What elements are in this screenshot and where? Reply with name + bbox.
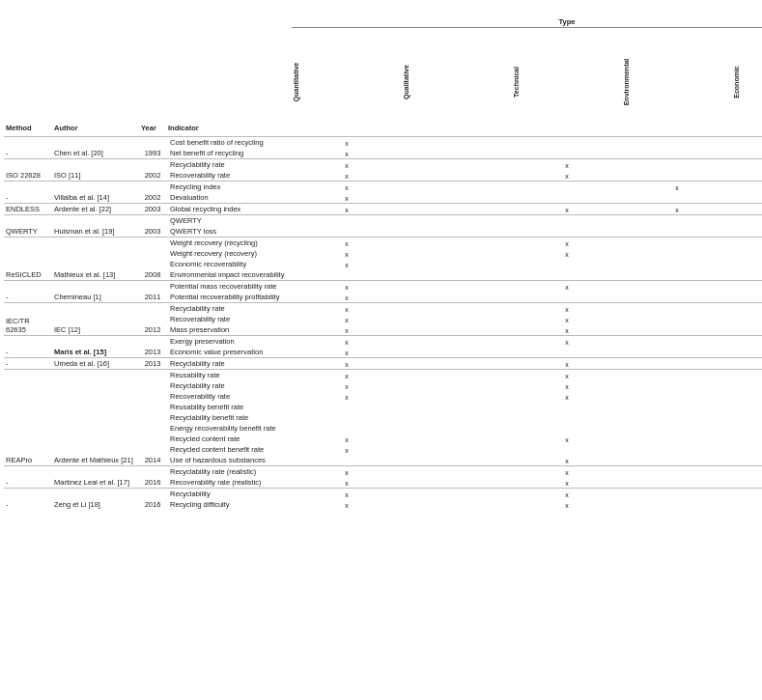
data-cell: x bbox=[512, 455, 622, 466]
indicator-cell: Weight recovery (recovery) bbox=[166, 248, 292, 259]
table-row: -Umeda et al. [16]2013Recyclability rate… bbox=[4, 358, 762, 370]
data-cell bbox=[292, 226, 402, 238]
table-row: ISO 22628ISO [11]2002Recyclability ratex… bbox=[4, 159, 762, 171]
data-cell bbox=[402, 380, 512, 391]
table-row: REAProArdente et Mathieux [21]2014Reusab… bbox=[4, 370, 762, 381]
data-cell: x bbox=[622, 204, 732, 215]
author-cell: IEC [12] bbox=[52, 303, 139, 336]
data-cell bbox=[732, 489, 762, 500]
data-cell: x bbox=[732, 402, 762, 412]
indicator-col-header: Indicator bbox=[166, 28, 292, 137]
indicator-cell: Reusability benefit rate bbox=[166, 402, 292, 412]
data-cell: x bbox=[732, 347, 762, 358]
data-cell: x bbox=[292, 314, 402, 324]
method-cell: - bbox=[4, 358, 52, 370]
group-header-row: Type Approach EoLscenario Usephase Inten… bbox=[4, 8, 762, 28]
indicator-cell: Cost benefit ratio of recycling bbox=[166, 137, 292, 149]
data-cell bbox=[732, 314, 762, 324]
data-cell bbox=[402, 358, 512, 370]
data-cell bbox=[622, 281, 732, 293]
indicator-cell: Economic recoverability bbox=[166, 259, 292, 269]
author-cell: Chemineau [1] bbox=[52, 281, 139, 303]
data-cell: x bbox=[292, 281, 402, 293]
data-cell bbox=[402, 412, 512, 423]
method-cell: ReSICLED bbox=[4, 238, 52, 281]
data-table: Type Approach EoLscenario Usephase Inten… bbox=[4, 8, 762, 510]
data-cell bbox=[402, 489, 512, 500]
table-row: QWERTYHuisman et al. [19]2003QWERTYxxxxx bbox=[4, 215, 762, 227]
data-cell: x bbox=[292, 170, 402, 182]
data-cell bbox=[402, 226, 512, 238]
data-cell bbox=[732, 182, 762, 193]
data-cell bbox=[622, 455, 732, 466]
data-cell: x bbox=[292, 192, 402, 204]
author-cell: Maris et al. [15] bbox=[52, 336, 139, 358]
data-cell: x bbox=[512, 281, 622, 293]
rotated-quantitative: Quantitative bbox=[292, 28, 402, 137]
data-cell bbox=[512, 192, 622, 204]
data-cell bbox=[512, 347, 622, 358]
data-cell bbox=[402, 324, 512, 336]
data-cell bbox=[402, 499, 512, 510]
author-cell: Umeda et al. [16] bbox=[52, 358, 139, 370]
data-cell: x bbox=[512, 489, 622, 500]
data-cell: x bbox=[292, 204, 402, 215]
data-cell bbox=[732, 303, 762, 315]
indicator-cell: Recoverability rate bbox=[166, 170, 292, 182]
data-cell bbox=[622, 477, 732, 489]
data-cell: x bbox=[512, 324, 622, 336]
method-cell: ENDLESS bbox=[4, 204, 52, 215]
data-cell bbox=[732, 358, 762, 370]
data-cell bbox=[402, 137, 512, 149]
rotated-qualitative: Qualitative bbox=[402, 28, 512, 137]
data-cell bbox=[402, 159, 512, 171]
data-cell: x bbox=[512, 466, 622, 478]
data-cell bbox=[512, 137, 622, 149]
data-cell bbox=[732, 226, 762, 238]
data-cell bbox=[622, 215, 732, 227]
data-cell bbox=[292, 269, 402, 281]
data-cell: x bbox=[292, 324, 402, 336]
main-table-container: Type Approach EoLscenario Usephase Inten… bbox=[0, 0, 762, 518]
method-cell: QWERTY bbox=[4, 215, 52, 238]
data-cell: x bbox=[292, 347, 402, 358]
data-cell bbox=[732, 370, 762, 381]
indicator-cell: Potential mass recoverability rate bbox=[166, 281, 292, 293]
method-cell: - bbox=[4, 489, 52, 511]
data-cell: x bbox=[512, 380, 622, 391]
data-cell bbox=[292, 423, 402, 434]
author-cell: Ardente et al. [22] bbox=[52, 204, 139, 215]
data-cell bbox=[402, 370, 512, 381]
year-cell: 2002 bbox=[139, 182, 166, 204]
data-cell: x bbox=[732, 204, 762, 215]
type-group-header: Type bbox=[292, 8, 762, 28]
data-cell bbox=[512, 148, 622, 159]
data-cell: x bbox=[512, 238, 622, 249]
data-cell bbox=[292, 215, 402, 227]
rotated-environmental: Environmental bbox=[622, 28, 732, 137]
data-cell bbox=[402, 303, 512, 315]
data-cell: x bbox=[292, 336, 402, 348]
data-cell: x bbox=[512, 358, 622, 370]
data-cell bbox=[292, 455, 402, 466]
table-row: -Villalba et al. [14]2002Recycling index… bbox=[4, 182, 762, 193]
data-cell bbox=[732, 148, 762, 159]
data-cell: x bbox=[292, 259, 402, 269]
indicator-cell: Devaluation bbox=[166, 192, 292, 204]
table-row: -Zeng et Li [18]2016Recyclabilityxxxxxx bbox=[4, 489, 762, 500]
indicator-cell: Recoverability rate bbox=[166, 314, 292, 324]
indicator-cell: Mass preservation bbox=[166, 324, 292, 336]
data-cell bbox=[292, 412, 402, 423]
data-cell: x bbox=[292, 499, 402, 510]
data-cell bbox=[622, 238, 732, 249]
author-cell: Villalba et al. [14] bbox=[52, 182, 139, 204]
indicator-cell: Recyclability benefit rate bbox=[166, 412, 292, 423]
data-cell bbox=[622, 137, 732, 149]
data-cell: x bbox=[292, 182, 402, 193]
data-cell bbox=[512, 402, 622, 412]
data-cell: x bbox=[512, 336, 622, 348]
data-cell: x bbox=[732, 455, 762, 466]
data-cell bbox=[402, 455, 512, 466]
data-cell bbox=[402, 148, 512, 159]
indicator-cell: Recyclability rate bbox=[166, 380, 292, 391]
